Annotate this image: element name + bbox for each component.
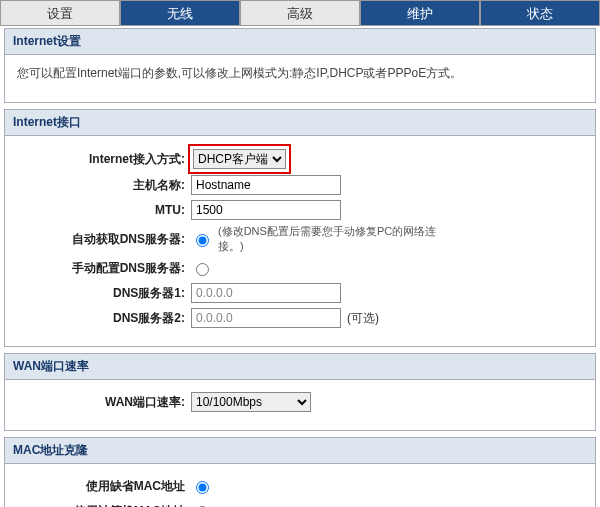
tab-wireless[interactable]: 无线: [120, 0, 240, 26]
tab-status[interactable]: 状态: [480, 0, 600, 26]
internet-settings-title: Internet设置: [5, 29, 595, 55]
mtu-label: MTU:: [15, 203, 191, 217]
wan-rate-label: WAN端口速率:: [15, 394, 191, 411]
wan-rate-section: WAN端口速率 WAN端口速率: 10/100Mbps: [4, 353, 596, 431]
internet-interface-title: Internet接口: [5, 110, 595, 136]
pc-mac-label: 使用计算机MAC地址: [15, 503, 191, 508]
auto-dns-note: (修改DNS配置后需要您手动修复PC的网络连接。): [218, 224, 448, 254]
dns1-input[interactable]: [191, 283, 341, 303]
dns2-label: DNS服务器2:: [15, 310, 191, 327]
access-mode-label: Internet接入方式:: [15, 151, 191, 168]
wan-rate-title: WAN端口速率: [5, 354, 595, 380]
internet-interface-section: Internet接口 Internet接入方式: DHCP客户端 主机名称:: [4, 109, 596, 347]
mtu-input[interactable]: [191, 200, 341, 220]
tab-settings[interactable]: 设置: [0, 0, 120, 26]
tab-advanced[interactable]: 高级: [240, 0, 360, 26]
wan-rate-select[interactable]: 10/100Mbps: [191, 392, 311, 412]
access-mode-select[interactable]: DHCP客户端: [193, 149, 286, 169]
auto-dns-label: 自动获取DNS服务器:: [15, 231, 191, 248]
mac-clone-title: MAC地址克隆: [5, 438, 595, 464]
hostname-label: 主机名称:: [15, 177, 191, 194]
auto-dns-radio[interactable]: [196, 234, 209, 247]
dns1-label: DNS服务器1:: [15, 285, 191, 302]
manual-dns-radio[interactable]: [196, 263, 209, 276]
internet-settings-desc: 您可以配置Internet端口的参数,可以修改上网模式为:静态IP,DHCP或者…: [5, 55, 595, 92]
manual-dns-label: 手动配置DNS服务器:: [15, 260, 191, 277]
dns2-optional: (可选): [347, 310, 379, 327]
dns2-input[interactable]: [191, 308, 341, 328]
tab-maintenance[interactable]: 维护: [360, 0, 480, 26]
top-tabs: 设置 无线 高级 维护 状态: [0, 0, 600, 26]
mac-clone-section: MAC地址克隆 使用缺省MAC地址 使用计算机MAC地址 手动指定MAC地址: [4, 437, 596, 507]
default-mac-label: 使用缺省MAC地址: [15, 478, 191, 495]
default-mac-radio[interactable]: [196, 481, 209, 494]
internet-settings-section: Internet设置 您可以配置Internet端口的参数,可以修改上网模式为:…: [4, 28, 596, 103]
hostname-input[interactable]: [191, 175, 341, 195]
